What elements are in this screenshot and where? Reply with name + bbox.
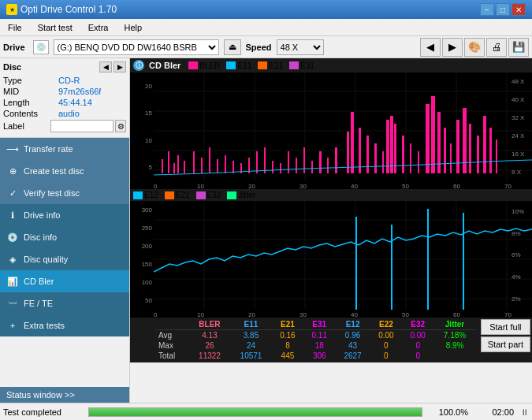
nav-label-verify-test-disc: Verify test disc	[24, 188, 80, 198]
progress-bar-fill	[89, 408, 422, 416]
menu-help[interactable]: Help	[119, 21, 147, 34]
chart2-area: 0 10 20 30 40 50 60 70 80 min 300 250 20…	[130, 201, 532, 318]
right-panel: ⓘ CD Bler BLER E11 E21 E31	[130, 58, 532, 403]
nav-disc-info[interactable]: 💿 Disc info	[0, 226, 129, 248]
svg-rect-49	[426, 104, 430, 173]
disc-quality-icon: ◈	[6, 253, 19, 266]
type-val: CD-R	[58, 76, 80, 85]
menu-extra[interactable]: Extra	[84, 21, 113, 34]
stats-avg-bler: 4.13	[189, 330, 231, 341]
svg-rect-28	[272, 161, 273, 173]
legend-e11-color	[226, 61, 236, 69]
svg-rect-16	[177, 155, 179, 173]
maximize-button[interactable]: □	[496, 3, 510, 16]
eject-button[interactable]: ⏏	[224, 39, 241, 55]
status-window-header[interactable]: Status window >>	[0, 387, 129, 403]
nav-cd-bler[interactable]: 📊 CD Bler	[0, 270, 129, 292]
drive-icon: 💿	[33, 40, 49, 54]
stats-header-e32: E32	[402, 319, 433, 330]
svg-rect-44	[390, 116, 393, 173]
disc-prev[interactable]: ◀	[99, 61, 112, 72]
nav-drive-info[interactable]: ℹ Drive info	[0, 204, 129, 226]
length-val: 45:44.14	[58, 98, 92, 107]
save-icon[interactable]: 💾	[508, 38, 529, 57]
nav-create-test-disc[interactable]: ⊕ Create test disc	[0, 160, 129, 182]
svg-rect-35	[327, 158, 329, 173]
chart1-y-axis-right: 48 X 40 X 32 X 24 X 16 X 8 X	[510, 72, 532, 181]
stats-avg-label: Avg	[155, 330, 189, 341]
svg-rect-26	[256, 151, 258, 173]
stats-max-e32: 0	[402, 340, 433, 351]
menu-file[interactable]: File	[3, 21, 27, 34]
start-buttons: Start full Start part	[479, 318, 532, 362]
svg-rect-29	[280, 163, 281, 173]
svg-rect-20	[209, 147, 210, 173]
disc-info-icon: 💿	[6, 231, 19, 243]
create-test-disc-icon: ⊕	[6, 165, 19, 177]
stats-avg-e21: 0.16	[272, 330, 303, 341]
svg-text:40: 40	[351, 183, 358, 189]
status-bar: Test completed 100.0% 02:00 ⏸	[0, 403, 532, 420]
stats-max-e11: 24	[230, 340, 272, 351]
transfer-rate-icon: ⟶	[6, 143, 19, 155]
stats-avg-e31: 0.11	[303, 330, 335, 341]
menu-bar: File Start test Extra Help	[0, 19, 532, 36]
drive-select[interactable]: (G:) BENQ DVD DD DW1640 BSRB	[54, 39, 219, 55]
color-icon[interactable]: 🎨	[464, 38, 485, 57]
svg-rect-21	[217, 159, 218, 173]
svg-rect-30	[288, 151, 289, 173]
nav-label-cd-bler: CD Bler	[24, 277, 54, 286]
label-input[interactable]	[50, 120, 113, 132]
svg-rect-56	[469, 124, 471, 173]
time-display: 02:00	[474, 407, 514, 417]
legend-jitter: Jitter	[227, 191, 255, 199]
stats-total-e12: 2627	[335, 351, 370, 361]
verify-test-disc-icon: ✓	[6, 187, 19, 199]
cd-bler-chart-icon: ⓘ	[133, 60, 144, 71]
disc-next[interactable]: ▶	[113, 61, 126, 72]
chart1-svg: 0 10 20 30 40 50 60 70 80 min	[154, 72, 532, 189]
start-full-button[interactable]: Start full	[481, 319, 530, 335]
chart1-title: CD Bler	[149, 61, 180, 70]
close-button[interactable]: ✕	[512, 3, 526, 16]
nav-transfer-rate[interactable]: ⟶ Transfer rate	[0, 138, 129, 160]
svg-rect-40	[366, 136, 369, 173]
nav-disc-quality[interactable]: ◈ Disc quality	[0, 248, 129, 270]
length-key: Length	[3, 98, 58, 107]
legend-e22-color	[165, 191, 174, 199]
svg-rect-13	[162, 159, 163, 173]
nav-verify-test-disc[interactable]: ✓ Verify test disc	[0, 182, 129, 204]
minimize-button[interactable]: −	[480, 3, 494, 16]
svg-rect-31	[296, 158, 297, 173]
disc-label: Disc	[3, 62, 21, 72]
print-icon[interactable]: 🖨	[486, 38, 507, 57]
stats-max-bler: 26	[189, 340, 231, 351]
legend-e31-label: E31	[300, 61, 314, 70]
nav-fe-te[interactable]: 〰 FE / TE	[0, 292, 129, 314]
svg-rect-50	[431, 96, 435, 173]
start-part-button[interactable]: Start part	[481, 336, 530, 352]
mid-val: 97m26s66f	[58, 87, 101, 96]
svg-text:0: 0	[154, 311, 158, 318]
prev-icon[interactable]: ◀	[420, 38, 441, 57]
svg-rect-42	[382, 151, 384, 173]
status-text: Test completed	[3, 407, 82, 417]
label-button[interactable]: ⚙	[115, 120, 126, 132]
legend-jitter-color	[227, 191, 236, 199]
chart1-legend: BLER E11 E21 E31	[188, 61, 314, 70]
legend-e32: E32	[196, 191, 221, 199]
stats-header-e31: E31	[303, 319, 335, 330]
next-icon[interactable]: ▶	[442, 38, 463, 57]
speed-select[interactable]: 48 X	[277, 39, 324, 55]
menu-start-test[interactable]: Start test	[33, 21, 77, 34]
nav-extra-tests[interactable]: + Extra tests	[0, 314, 129, 336]
stats-total-e21: 445	[272, 351, 303, 361]
title-bar: ★ Opti Drive Control 1.70 − □ ✕	[0, 0, 532, 19]
svg-text:20: 20	[248, 311, 255, 318]
window-title: Opti Drive Control 1.70	[20, 4, 117, 15]
status-indicator-icon: ⏸	[520, 407, 529, 417]
nav-label-create-test-disc: Create test disc	[24, 166, 84, 176]
svg-rect-43	[386, 120, 389, 173]
drive-info-icon: ℹ	[6, 209, 19, 221]
svg-text:10: 10	[197, 183, 204, 189]
